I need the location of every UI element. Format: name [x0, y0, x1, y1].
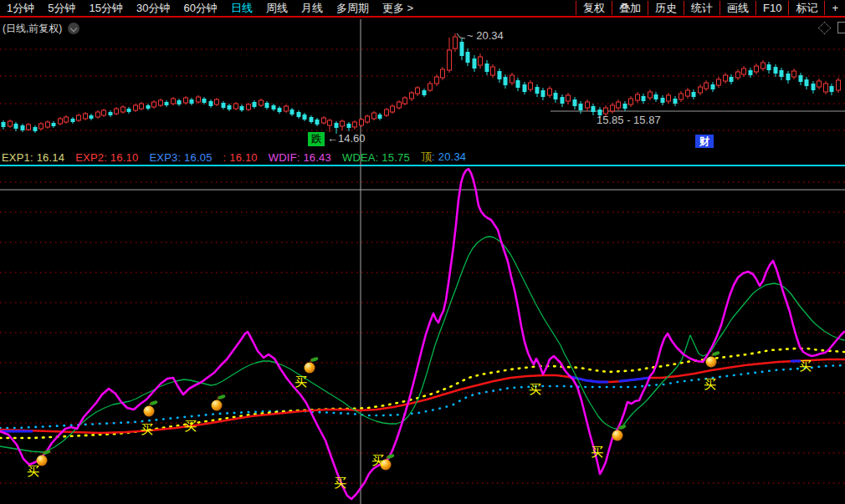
candle-body-up	[824, 84, 828, 92]
diamond-icon[interactable]	[818, 21, 832, 34]
tools-menu-item-2[interactable]: 历史	[648, 1, 684, 15]
candle-body-down	[579, 104, 583, 110]
candle-body-down	[541, 90, 545, 97]
candle-body-up	[699, 87, 703, 93]
tools-menu-item-6[interactable]: 标记	[788, 1, 824, 15]
period-menu-item-0[interactable]: 1分钟	[7, 1, 34, 16]
chart-canvas[interactable]	[0, 0, 845, 504]
candle-body-up	[491, 67, 495, 75]
candle-body-down	[554, 93, 558, 99]
red-ma-line	[0, 359, 844, 433]
candle-body-up	[102, 110, 106, 115]
candle-body-down	[730, 77, 734, 82]
tools-menu-item-5[interactable]: F10	[755, 1, 788, 15]
candle-body-up	[234, 104, 238, 109]
candle-body-down	[504, 77, 508, 85]
candle-body-down	[573, 99, 577, 106]
blue-ma-segment	[620, 378, 649, 381]
candle-body-down	[315, 120, 320, 125]
buy-signal-label-9: 买	[799, 359, 812, 374]
candle-body-down	[33, 127, 38, 131]
candle-body-down	[786, 74, 791, 80]
period-menu-item-3[interactable]: 30分钟	[136, 1, 170, 16]
candle-body-up	[328, 120, 332, 125]
buy-marker-orange	[305, 363, 315, 374]
fall-price-annotation: ←14.60	[327, 132, 366, 145]
period-menu-item-8[interactable]: 多周期	[336, 1, 369, 16]
period-menu-item-7[interactable]: 月线	[301, 1, 323, 16]
candle-body-up	[629, 99, 633, 104]
period-menu-item-9[interactable]: 更多 >	[382, 1, 413, 16]
buy-signal-label-6: 买	[529, 382, 541, 398]
candle-body-down	[165, 102, 169, 105]
candle-body-up	[27, 125, 31, 130]
candle-body-up	[140, 104, 144, 109]
square-icon[interactable]	[837, 22, 845, 33]
candle-body-down	[460, 42, 464, 56]
candle-body-down	[498, 71, 502, 79]
buy-marker-leaf	[150, 400, 158, 405]
candle-body-up	[397, 102, 402, 108]
candle-body-up	[448, 50, 452, 70]
candle-body-up	[372, 113, 376, 119]
chart-header-row: (日线,前复权)	[0, 19, 845, 38]
candle-body-down	[90, 115, 94, 119]
buy-signal-label-2: 买	[184, 419, 197, 435]
candle-body-up	[566, 95, 571, 101]
chevron-down-icon[interactable]	[68, 23, 79, 34]
buy-marker-orange	[144, 406, 155, 417]
period-menu-item-1[interactable]: 5分钟	[48, 1, 75, 16]
buy-signal-label-7: 买	[591, 445, 603, 461]
candle-body-up	[197, 97, 201, 102]
candle-body-down	[52, 123, 56, 126]
period-menu-item-5[interactable]: 日线	[231, 1, 253, 16]
tools-menu-item-1[interactable]: 叠加	[612, 1, 648, 15]
candle-body-up	[159, 100, 163, 105]
candle-body-down	[592, 106, 596, 112]
candle-body-down	[71, 119, 75, 122]
candle-body-down	[127, 109, 131, 112]
candle-body-down	[805, 79, 809, 86]
period-menu-item-4[interactable]: 60分钟	[183, 1, 217, 16]
candle-body-up	[686, 90, 690, 96]
candle-body-up	[742, 69, 746, 74]
buy-marker-orange	[706, 357, 717, 368]
period-menu-item-2[interactable]: 15分钟	[89, 1, 122, 16]
candle-body-up	[453, 37, 458, 48]
candle-body-down	[523, 84, 527, 92]
candle-body-down	[561, 97, 565, 104]
candle-body-up	[755, 66, 759, 72]
tools-menu-item-0[interactable]: 复权	[576, 1, 612, 15]
candle-body-up	[247, 104, 251, 109]
period-menu-item-6[interactable]: 周线	[266, 1, 288, 16]
tools-menu-item-3[interactable]: 统计	[684, 1, 720, 15]
candle-body-up	[360, 120, 364, 125]
indicator-item-2: EXP3: 16.05	[149, 151, 212, 164]
tools-menu-item-7[interactable]: +	[824, 1, 845, 15]
candle-body-down	[290, 109, 294, 115]
candle-body-down	[711, 84, 715, 89]
indicator-item-0: EXP1: 16.14	[2, 151, 64, 164]
candle-body-up	[667, 95, 671, 101]
cyan-dotted-line	[0, 365, 844, 428]
candle-body-up	[679, 94, 684, 99]
candle-body-down	[673, 99, 678, 104]
buy-marker-orange	[212, 400, 223, 411]
candle-body-down	[109, 112, 113, 115]
buy-signal-label-3: 买	[294, 374, 307, 390]
indicator-item-1: EXP2: 16.10	[75, 151, 138, 164]
candle-body-down	[692, 92, 696, 97]
corner-icons	[820, 22, 843, 33]
candle-body-up	[586, 102, 590, 108]
candle-body-up	[428, 84, 433, 90]
wdif-magenta-line	[0, 169, 844, 499]
candle-body-up	[636, 94, 640, 100]
candle-body-up	[410, 93, 414, 99]
fall-badge: 跌	[308, 132, 325, 146]
candle-body-down	[642, 96, 646, 101]
cai-badge[interactable]: 财	[695, 135, 714, 148]
tools-menu-item-4[interactable]: 画线	[720, 1, 755, 15]
indicator-item-6: 顶: 20.34	[421, 150, 466, 165]
candle-body-down	[830, 86, 834, 92]
candle-body-up	[39, 124, 44, 129]
